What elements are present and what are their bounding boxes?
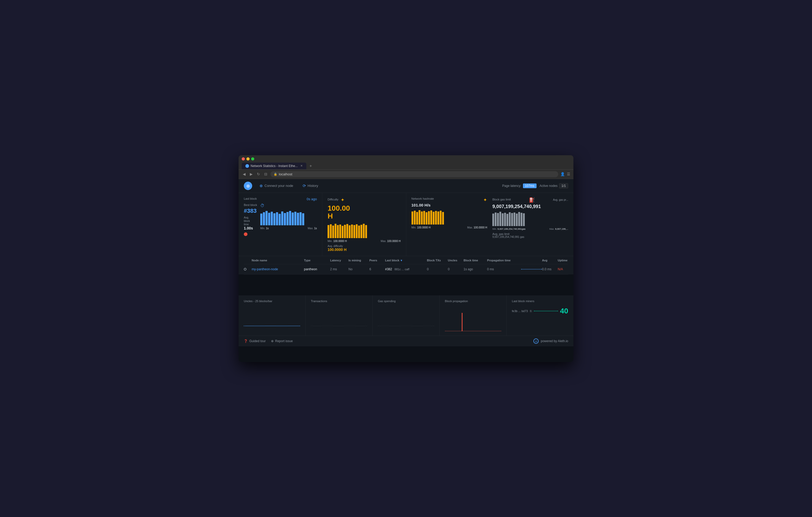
spacer — [239, 274, 573, 295]
app-logo: ◎ — [244, 182, 252, 190]
avg-block-value: 1.00s — [244, 226, 257, 230]
block-gas-label: Block gas limit — [492, 198, 511, 201]
copy-icon[interactable]: ⎘ — [530, 309, 532, 313]
hash-header: Network hashrate ✦ — [411, 197, 487, 203]
row-latency: 2 ms — [330, 267, 348, 271]
uncles-chart-card: Uncles - 25 blocks/bar — [239, 295, 305, 336]
transactions-chart-title: Transactions — [311, 300, 367, 303]
propagation-chart-area — [445, 310, 501, 331]
address-bar[interactable]: 🔒 localhost — [270, 171, 558, 177]
report-issue-link[interactable]: ⊕ Report issue — [271, 339, 293, 343]
hashrate-max: Max. 100.0000 H — [467, 226, 487, 229]
guided-tour-link[interactable]: ❓ Guided tour — [244, 339, 266, 343]
hashrate-chart — [411, 209, 487, 224]
col-peers: Peers — [369, 259, 385, 262]
page-latency: Page latency: 107ms — [502, 183, 536, 188]
best-block-minmax: Min. 1s Max. 1s — [260, 227, 317, 230]
bookmark-button[interactable]: ⊟ — [263, 172, 268, 177]
row-block-num: #382 — [385, 267, 392, 271]
gas-min: Min. 9,007,199,254,740,991gas — [492, 227, 526, 230]
close-button[interactable] — [242, 157, 245, 160]
miner-count: 40 — [560, 307, 568, 315]
question-icon: ❓ — [244, 339, 248, 343]
header-right: Page latency: 107ms Active nodes 1/1 — [502, 183, 568, 188]
avg-gas-label: Avg. gas limit — [492, 232, 568, 236]
col-prop-time: Propagation time — [487, 259, 521, 262]
powered-by-label: powered by Aleth.io — [541, 339, 568, 343]
block-propagation-title: Block propagation — [445, 300, 501, 303]
difficulty-chart — [327, 222, 401, 238]
active-nodes-value: 1/1 — [559, 183, 568, 188]
refresh-button[interactable]: ↻ — [256, 172, 261, 177]
best-block-value: #383 — [244, 208, 257, 214]
col-mining: Is mining — [348, 259, 369, 262]
diff-header: Difficulty ✦ — [327, 197, 401, 203]
best-block-max: Max. 1s — [308, 227, 317, 230]
propagation-baseline — [445, 331, 501, 331]
new-tab-button[interactable]: + — [308, 162, 314, 170]
gas-spending-chart-card: Gas spending — [373, 295, 439, 336]
hashrate-min: Min. 100.0000 H — [411, 226, 431, 229]
row-type: pantheon — [304, 267, 330, 271]
diff-max: Max. 100.0000 H — [381, 240, 401, 243]
gas-minmax: Min. 9,007,199,254,740,991gas Max. 9,007… — [492, 227, 568, 230]
col-block-time: Block time — [464, 259, 487, 262]
uncles-chart-title: Uncles - 25 blocks/bar — [244, 300, 300, 303]
row-indicator — [244, 268, 252, 271]
maximize-button[interactable] — [251, 157, 254, 160]
report-issue-label: Report issue — [275, 339, 293, 343]
row-peers: 6 — [369, 267, 385, 271]
active-tab[interactable]: Network Statistics - Instant Ethe... ✕ — [242, 162, 306, 170]
difficulty-label: Difficulty — [327, 198, 338, 201]
minimize-button[interactable] — [246, 157, 250, 160]
hashrate-section: Network hashrate ✦ 101.00 H/s — [411, 197, 487, 252]
col-prop-chart — [521, 259, 542, 262]
clock-icon: ⏱ — [260, 203, 264, 208]
menu-icon[interactable]: ☰ — [567, 172, 570, 176]
col-node-name: Node name — [252, 259, 304, 262]
last-block-time: 0s ago — [307, 197, 317, 201]
node-status-indicator — [244, 268, 246, 271]
tab-title: Network Statistics - Instant Ethe... — [251, 164, 298, 168]
block-propagation-card: Block propagation — [440, 295, 506, 336]
lock-icon: 🔒 — [273, 173, 277, 176]
row-uptime: N/A — [558, 267, 573, 271]
best-block-card: Last block 0s ago Best block #383 Avg.bl… — [239, 193, 322, 256]
app-container: ◎ ⊕ Connect your node ⟳ History Page lat… — [239, 179, 573, 362]
hashrate-value: 101.00 H/s — [411, 203, 487, 207]
avg-diff-value: 100.0000 H — [327, 247, 401, 252]
avg-diff-label: Avg. difficulty — [327, 245, 401, 247]
tab-favicon — [245, 164, 249, 168]
tab-close-icon[interactable]: ✕ — [300, 164, 303, 168]
page-latency-label: Page latency: — [502, 184, 521, 188]
node-table-section: Node name Type Latency Is mining Peers L… — [239, 256, 573, 274]
forward-button[interactable]: ▶ — [249, 172, 254, 177]
table-row: my-pantheon-node pantheon 2 ms No 6 #382… — [244, 264, 568, 274]
profile-icon[interactable]: 👤 — [560, 172, 565, 176]
row-block-txs: 0 — [427, 267, 448, 271]
col-block-txs: Block TXs — [427, 259, 448, 262]
hashrate-label: Network hashrate — [411, 197, 434, 200]
history-button[interactable]: ⟳ History — [300, 182, 320, 189]
col-latency: Latency — [330, 259, 348, 262]
difficulty-minmax: Min. 100.0000 H Max. 100.0000 H — [327, 240, 401, 243]
hashrate-gas-card: Network hashrate ✦ 101.00 H/s — [406, 193, 574, 256]
row-uncles: 0 — [448, 267, 464, 271]
row-node-name[interactable]: my-pantheon-node — [252, 267, 304, 271]
back-button[interactable]: ◀ — [242, 172, 247, 177]
gas-spending-chart-area — [378, 310, 434, 326]
row-prop-time: 0 ms — [487, 267, 521, 271]
connect-node-button[interactable]: ⊕ Connect your node — [257, 182, 295, 189]
table-header: Node name Type Latency Is mining Peers L… — [244, 256, 568, 264]
row-mining: No — [348, 267, 369, 271]
miners-card: Last block miners fe3b ... bd73 ⎘ 40 — [507, 295, 573, 336]
app-header: ◎ ⊕ Connect your node ⟳ History Page lat… — [239, 179, 573, 193]
diff-min: Min. 100.0000 H — [327, 240, 347, 243]
gas-spending-chart-title: Gas spending — [378, 300, 434, 303]
row-block-hash: 881c ... caff — [395, 268, 409, 271]
url-text: localhost — [279, 172, 292, 176]
col-avg: Avg — [542, 259, 558, 262]
transactions-baseline — [311, 326, 367, 326]
transactions-chart-card: Transactions — [306, 295, 372, 336]
row-block-time: 1s ago — [464, 267, 487, 271]
